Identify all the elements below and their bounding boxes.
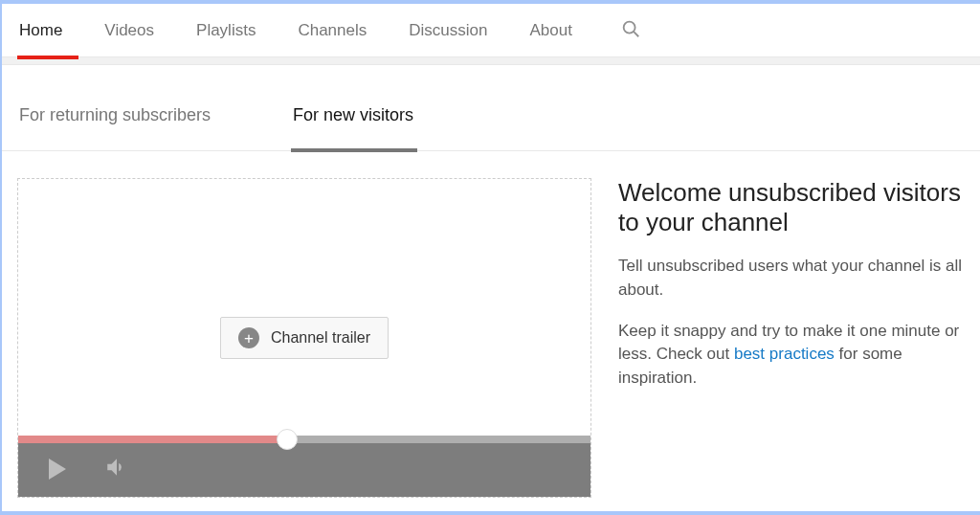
volume-icon[interactable] xyxy=(104,455,129,483)
tab-label: About xyxy=(529,21,571,40)
player-controls xyxy=(18,441,590,497)
progress-fill xyxy=(18,436,287,443)
progress-thumb[interactable] xyxy=(277,429,298,450)
divider-band xyxy=(2,57,980,65)
subtab-new-visitors[interactable]: For new visitors xyxy=(291,96,417,151)
trailer-placeholder: + Channel trailer xyxy=(17,178,591,498)
tab-label: Home xyxy=(19,21,62,40)
tab-channels[interactable]: Channels xyxy=(277,4,388,57)
subtab-returning[interactable]: For returning subscribers xyxy=(17,96,214,151)
content-area: + Channel trailer Welcome unsubscribed v… xyxy=(2,151,980,498)
trailer-info-sidebar: Welcome unsubscribed visitors to your ch… xyxy=(591,178,965,498)
trailer-button-label: Channel trailer xyxy=(271,329,370,347)
tab-home[interactable]: Home xyxy=(17,4,83,57)
tab-playlists[interactable]: Playlists xyxy=(175,4,277,57)
svg-line-1 xyxy=(634,31,638,35)
svg-point-0 xyxy=(624,21,635,33)
search-icon[interactable] xyxy=(620,18,641,43)
header-nav: Home Videos Playlists Channels Discussio… xyxy=(2,4,980,57)
sub-nav: For returning subscribers For new visito… xyxy=(2,96,980,151)
channel-trailer-button[interactable]: + Channel trailer xyxy=(220,317,389,359)
sidebar-paragraph-1: Tell unsubscribed users what your channe… xyxy=(618,255,965,302)
tab-discussion[interactable]: Discussion xyxy=(388,4,508,57)
tab-label: Videos xyxy=(104,21,154,40)
tab-videos[interactable]: Videos xyxy=(83,4,175,57)
sidebar-paragraph-2: Keep it snappy and try to make it one mi… xyxy=(618,320,965,391)
tab-label: Channels xyxy=(298,21,367,40)
sidebar-title: Welcome unsubscribed visitors to your ch… xyxy=(618,178,965,237)
progress-track[interactable] xyxy=(18,436,590,443)
plus-icon: + xyxy=(238,327,259,348)
subtab-label: For new visitors xyxy=(293,105,413,125)
best-practices-link[interactable]: best practices xyxy=(734,345,835,363)
play-icon[interactable] xyxy=(49,459,66,480)
subtab-label: For returning subscribers xyxy=(19,105,211,125)
video-player-bar xyxy=(18,441,590,497)
tab-label: Playlists xyxy=(196,21,256,40)
tab-about[interactable]: About xyxy=(508,4,592,57)
tab-label: Discussion xyxy=(409,21,487,40)
